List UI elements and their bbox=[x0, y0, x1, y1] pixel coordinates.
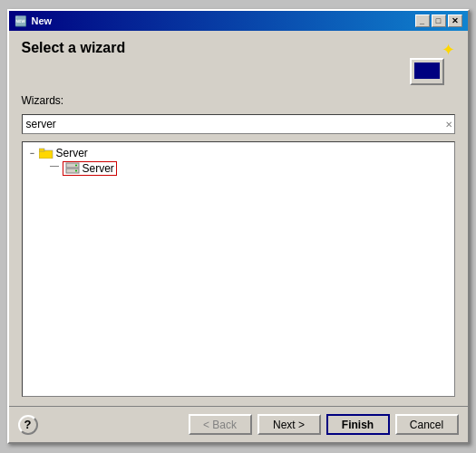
dialog-window: 🆕 New _ □ ✕ Select a wizard ✦ Wizards: ✕ bbox=[7, 9, 470, 444]
maximize-button[interactable]: □ bbox=[432, 14, 446, 27]
monitor-icon bbox=[410, 58, 444, 85]
wizards-label: Wizards: bbox=[22, 94, 455, 107]
tree-line bbox=[50, 166, 59, 167]
monitor-screen bbox=[414, 63, 440, 79]
cancel-button[interactable]: Cancel bbox=[395, 414, 459, 435]
help-button[interactable]: ? bbox=[18, 415, 38, 435]
expand-icon[interactable]: − bbox=[26, 147, 39, 159]
star-icon: ✦ bbox=[442, 40, 455, 60]
title-bar-title-group: 🆕 New bbox=[15, 15, 53, 27]
dialog-title: New bbox=[32, 15, 53, 26]
server-icon bbox=[65, 162, 80, 175]
button-bar: ? < Back Next > Finish Cancel bbox=[9, 406, 468, 442]
svg-point-4 bbox=[75, 165, 77, 167]
header-section: Select a wizard ✦ bbox=[22, 40, 455, 85]
svg-point-5 bbox=[75, 170, 77, 172]
svg-rect-1 bbox=[39, 149, 44, 151]
tree-root-item[interactable]: − Server bbox=[24, 146, 452, 160]
dialog-content: Select a wizard ✦ Wizards: ✕ − bbox=[9, 31, 468, 406]
title-bar: 🆕 New _ □ ✕ bbox=[9, 11, 468, 31]
finish-button[interactable]: Finish bbox=[326, 414, 390, 435]
tree-child-label: Server bbox=[83, 162, 114, 175]
dialog-icon: 🆕 bbox=[15, 15, 27, 27]
tree-child-item-selected[interactable]: Server bbox=[63, 161, 117, 176]
tree-root-label: Server bbox=[56, 147, 88, 159]
folder-icon bbox=[39, 147, 53, 159]
header-title: Select a wizard bbox=[22, 40, 126, 56]
nav-buttons: < Back Next > Finish Cancel bbox=[189, 414, 459, 435]
next-button[interactable]: Next > bbox=[257, 414, 321, 435]
clear-icon[interactable]: ✕ bbox=[445, 120, 452, 130]
minimize-button[interactable]: _ bbox=[415, 14, 430, 27]
svg-rect-0 bbox=[39, 150, 53, 159]
tree-area[interactable]: − Server bbox=[22, 141, 455, 397]
title-bar-buttons: _ □ ✕ bbox=[415, 14, 462, 27]
search-input[interactable] bbox=[24, 118, 445, 130]
search-box-container[interactable]: ✕ bbox=[22, 114, 455, 134]
tree-child-row[interactable]: Server bbox=[24, 160, 452, 177]
back-button[interactable]: < Back bbox=[189, 414, 252, 435]
close-button[interactable]: ✕ bbox=[448, 14, 462, 27]
wizard-icon-area: ✦ bbox=[410, 40, 455, 85]
